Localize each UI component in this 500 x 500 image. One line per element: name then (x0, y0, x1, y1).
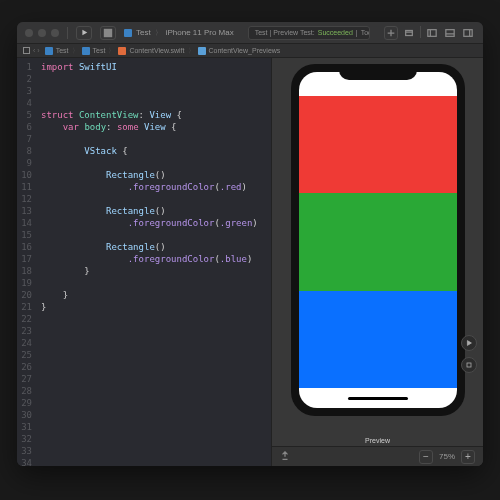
line-number: 17 (17, 253, 32, 265)
line-number: 29 (17, 397, 32, 409)
code-line[interactable] (41, 277, 271, 289)
close-window-button[interactable] (25, 29, 33, 37)
status-prefix: Test | Preview Test: (255, 29, 315, 36)
breadcrumb-project[interactable]: Test (45, 47, 69, 55)
zoom-level[interactable]: 75% (439, 452, 455, 461)
code-line[interactable] (41, 73, 271, 85)
line-number: 16 (17, 241, 32, 253)
code-line[interactable] (41, 421, 271, 433)
code-line[interactable]: Rectangle() (41, 241, 271, 253)
editor-split: 1234567891011121314151617181920212223242… (17, 58, 483, 466)
line-number: 20 (17, 289, 32, 301)
svg-rect-1 (406, 30, 413, 35)
jump-back-button[interactable]: ‹ (33, 47, 35, 54)
chevron-right-icon: 〉 (188, 46, 195, 56)
line-number: 34 (17, 457, 32, 466)
breadcrumb-symbol-label: ContentView_Previews (209, 47, 281, 54)
related-items-icon[interactable] (23, 47, 30, 54)
line-number: 28 (17, 385, 32, 397)
code-line[interactable] (41, 385, 271, 397)
code-line[interactable] (41, 433, 271, 445)
zoom-in-button[interactable]: + (461, 450, 475, 464)
stop-button[interactable] (100, 26, 116, 40)
app-icon (124, 29, 132, 37)
preview-footer: − 75% + (272, 446, 483, 466)
breadcrumb-folder-label: Test (93, 47, 106, 54)
line-number: 23 (17, 325, 32, 337)
code-line[interactable] (41, 157, 271, 169)
code-line[interactable]: .foregroundColor(.blue) (41, 253, 271, 265)
toggle-debug-area-button[interactable] (443, 26, 457, 40)
preview-side-controls (461, 335, 477, 373)
code-line[interactable]: struct ContentView: View { (41, 109, 271, 121)
add-button[interactable] (384, 26, 398, 40)
preview-inspect-button[interactable] (461, 357, 477, 373)
window-traffic-lights (25, 29, 59, 37)
code-line[interactable] (41, 397, 271, 409)
line-number: 4 (17, 97, 32, 109)
library-button[interactable] (402, 26, 416, 40)
preview-canvas-panel: Preview − 75% + (271, 58, 483, 466)
code-line[interactable] (41, 133, 271, 145)
breadcrumb-folder[interactable]: Test (82, 47, 106, 55)
toggle-inspectors-button[interactable] (461, 26, 475, 40)
jump-bar: ‹ › Test 〉 Test 〉 ContentView.swift 〉 Co… (17, 44, 483, 58)
code-line[interactable]: .foregroundColor(.green) (41, 217, 271, 229)
code-line[interactable] (41, 313, 271, 325)
code-line[interactable] (41, 97, 271, 109)
preview-play-button[interactable] (461, 335, 477, 351)
scheme-selector[interactable]: Test 〉 iPhone 11 Pro Max (124, 28, 234, 38)
code-line[interactable] (41, 445, 271, 457)
code-line[interactable]: Rectangle() (41, 169, 271, 181)
code-line[interactable]: import SwiftUI (41, 61, 271, 73)
line-number: 6 (17, 121, 32, 133)
svg-rect-4 (464, 29, 472, 36)
line-number: 21 (17, 301, 32, 313)
minimize-window-button[interactable] (38, 29, 46, 37)
pin-preview-button[interactable] (280, 451, 290, 463)
zoom-out-button[interactable]: − (419, 450, 433, 464)
line-number: 11 (17, 181, 32, 193)
svg-rect-0 (104, 28, 112, 36)
preview-canvas[interactable] (272, 58, 483, 433)
code-line[interactable]: } (41, 289, 271, 301)
code-line[interactable] (41, 349, 271, 361)
code-content[interactable]: import SwiftUIstruct ContentView: View {… (37, 58, 271, 466)
breadcrumb-symbol[interactable]: ContentView_Previews (198, 47, 281, 55)
code-line[interactable]: VStack { (41, 145, 271, 157)
line-number: 14 (17, 217, 32, 229)
activity-status[interactable]: Test | Preview Test: Succeeded | Today a… (248, 26, 370, 40)
jump-forward-button[interactable]: › (37, 47, 39, 54)
code-line[interactable] (41, 325, 271, 337)
status-time: Today at 2:29 PM (361, 29, 370, 36)
titlebar-right-controls (384, 26, 475, 40)
breadcrumb-file[interactable]: ContentView.swift (118, 47, 184, 55)
zoom-window-button[interactable] (51, 29, 59, 37)
code-line[interactable] (41, 337, 271, 349)
code-line[interactable] (41, 229, 271, 241)
line-number: 8 (17, 145, 32, 157)
line-number: 30 (17, 409, 32, 421)
code-line[interactable] (41, 457, 271, 466)
line-number: 15 (17, 229, 32, 241)
line-number: 3 (17, 85, 32, 97)
code-line[interactable]: var body: some View { (41, 121, 271, 133)
code-line[interactable] (41, 193, 271, 205)
preview-rectangle (299, 96, 457, 193)
code-line[interactable]: Rectangle() (41, 205, 271, 217)
code-line[interactable] (41, 373, 271, 385)
project-icon (45, 47, 53, 55)
code-line[interactable] (41, 361, 271, 373)
run-button[interactable] (76, 26, 92, 40)
code-line[interactable]: .foregroundColor(.red) (41, 181, 271, 193)
preview-label: Preview (272, 433, 483, 446)
source-editor[interactable]: 1234567891011121314151617181920212223242… (17, 58, 271, 466)
device-bezel (291, 64, 465, 416)
toggle-navigator-button[interactable] (425, 26, 439, 40)
code-line[interactable]: } (41, 265, 271, 277)
code-line[interactable] (41, 85, 271, 97)
device-notch (339, 64, 417, 80)
code-line[interactable] (41, 409, 271, 421)
line-number: 18 (17, 265, 32, 277)
code-line[interactable]: } (41, 301, 271, 313)
